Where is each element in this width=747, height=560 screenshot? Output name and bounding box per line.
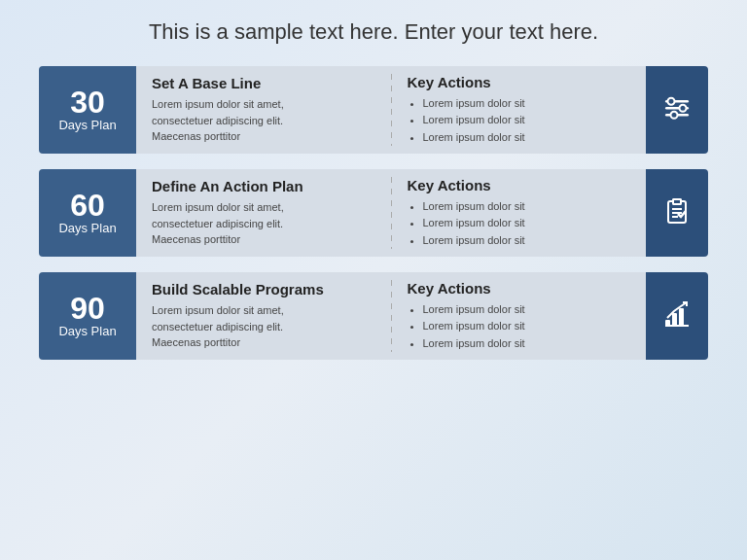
plan-day-number: 90 <box>70 293 105 324</box>
key-action-item: Lorem ipsum dolor sit <box>423 301 631 319</box>
key-action-item: Lorem ipsum dolor sit <box>423 335 631 353</box>
plan-content-30: Set A Base Line Lorem ipsum dolor sit am… <box>136 66 646 154</box>
section-title-main: Build Scalable Programs <box>152 281 375 298</box>
plan-section-main: Set A Base Line Lorem ipsum dolor sit am… <box>136 66 391 154</box>
key-action-item: Lorem ipsum dolor sit <box>423 129 631 147</box>
plans-container: 30 Days Plan Set A Base Line Lorem ipsum… <box>39 66 708 360</box>
plan-section-key-actions: Key Actions Lorem ipsum dolor sitLorem i… <box>392 66 647 154</box>
key-action-item: Lorem ipsum dolor sit <box>423 318 631 335</box>
section-body-main: Lorem ipsum dolor sit amet,consectetuer … <box>152 199 375 248</box>
key-action-item: Lorem ipsum dolor sit <box>423 215 631 232</box>
plan-icon-box-90 <box>646 272 708 360</box>
key-action-item: Lorem ipsum dolor sit <box>423 95 631 113</box>
plan-icon-box-30 <box>646 66 708 154</box>
plan-content-60: Define An Action Plan Lorem ipsum dolor … <box>136 169 646 257</box>
plan-row-30: 30 Days Plan Set A Base Line Lorem ipsum… <box>39 66 708 154</box>
section-body-main: Lorem ipsum dolor sit amet,consectetuer … <box>152 96 375 145</box>
plan-day-label: Days Plan <box>58 118 116 134</box>
svg-rect-13 <box>672 313 677 326</box>
key-action-item: Lorem ipsum dolor sit <box>423 112 631 129</box>
clipboard-icon <box>661 195 693 230</box>
key-action-item: Lorem ipsum dolor sit <box>423 198 631 216</box>
plan-icon-box-60 <box>646 169 708 257</box>
section-title-main: Set A Base Line <box>152 75 375 91</box>
key-actions-list: Lorem ipsum dolor sitLorem ipsum dolor s… <box>408 301 631 353</box>
plan-section-main: Build Scalable Programs Lorem ipsum dolo… <box>136 272 391 360</box>
settings-icon2 <box>661 92 693 127</box>
key-action-item: Lorem ipsum dolor sit <box>423 232 631 250</box>
key-actions-list: Lorem ipsum dolor sitLorem ipsum dolor s… <box>408 198 631 250</box>
section-title-key-actions: Key Actions <box>408 74 631 90</box>
svg-point-1 <box>668 98 675 105</box>
chart-icon <box>661 298 693 333</box>
section-title-main: Define An Action Plan <box>152 178 375 194</box>
plan-day-box-30: 30 Days Plan <box>39 66 136 154</box>
plan-section-main: Define An Action Plan Lorem ipsum dolor … <box>136 169 391 257</box>
section-title-key-actions: Key Actions <box>408 177 631 193</box>
svg-point-5 <box>671 112 678 119</box>
plan-section-key-actions: Key Actions Lorem ipsum dolor sitLorem i… <box>392 272 647 360</box>
plan-row-60: 60 Days Plan Define An Action Plan Lorem… <box>39 169 708 257</box>
plan-row-90: 90 Days Plan Build Scalable Programs Lor… <box>39 272 708 360</box>
svg-point-3 <box>680 105 687 112</box>
plan-day-label: Days Plan <box>58 324 116 340</box>
plan-day-number: 60 <box>70 190 105 221</box>
plan-day-box-90: 90 Days Plan <box>39 272 136 360</box>
page-title: This is a sample text here. Enter your t… <box>149 19 598 45</box>
plan-day-label: Days Plan <box>58 221 116 237</box>
plan-content-90: Build Scalable Programs Lorem ipsum dolo… <box>136 272 646 360</box>
section-title-key-actions: Key Actions <box>408 280 631 297</box>
plan-section-key-actions: Key Actions Lorem ipsum dolor sitLorem i… <box>392 169 647 257</box>
plan-day-number: 30 <box>70 87 105 118</box>
plan-day-box-60: 60 Days Plan <box>39 169 136 257</box>
section-body-main: Lorem ipsum dolor sit amet,consectetuer … <box>152 302 375 351</box>
svg-rect-14 <box>679 308 684 326</box>
svg-rect-8 <box>673 199 681 204</box>
key-actions-list: Lorem ipsum dolor sitLorem ipsum dolor s… <box>408 95 631 147</box>
